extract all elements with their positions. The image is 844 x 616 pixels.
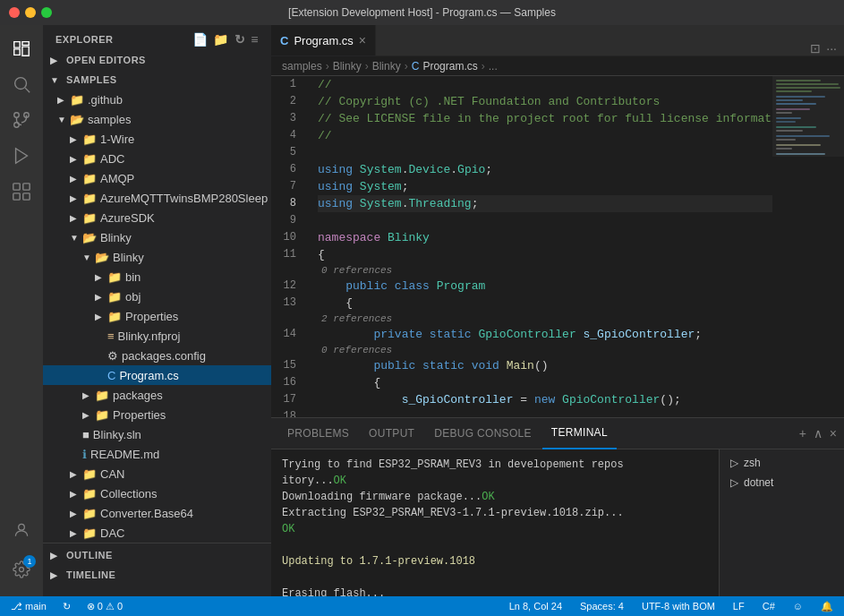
line-num: 16 [271,374,303,391]
sidebar-item-explorer[interactable] [5,32,38,64]
new-file-icon[interactable]: 📄 [192,32,209,47]
breadcrumb-samples[interactable]: samples [282,60,322,73]
tree-item-label: Blinky.nfproj [118,329,181,343]
tree-item-program-cs[interactable]: C Program.cs [43,365,271,385]
error-count: 0 [98,601,103,612]
open-editors-section[interactable]: ▶ Open Editors [43,50,271,70]
ref-hint: 2 references [318,312,772,326]
warning-count: 0 [117,601,123,612]
timeline-section[interactable]: ▶ Timeline [43,565,271,585]
eol-item[interactable]: LF [729,596,748,616]
line-num: 11 [271,246,303,263]
tree-item-dac[interactable]: ▶ 📁 DAC [43,523,271,543]
folder-icon: 📁 [82,133,97,146]
tree-item-1wire[interactable]: ▶ 📁 1-Wire [43,129,271,149]
sidebar-item-search[interactable] [5,68,38,100]
tree-item-readme[interactable]: ℹ README.md [43,444,271,464]
sidebar-item-extensions[interactable] [5,175,38,208]
tree-item-adc[interactable]: ▶ 📁 ADC [43,149,271,168]
spaces-item[interactable]: Spaces: 4 [576,596,627,616]
account-icon[interactable] [5,514,38,546]
settings-badge: 1 [23,555,36,568]
breadcrumb-blinky1[interactable]: Blinky [333,60,362,73]
more-actions-icon[interactable]: ··· [826,41,837,56]
breadcrumb-blinky2[interactable]: Blinky [372,60,401,73]
tree-item-github[interactable]: ▶ 📁 .github [43,90,271,109]
tab-close-button[interactable]: × [359,33,366,47]
svg-line-1 [25,88,30,92]
sidebar-item-source-control[interactable] [5,104,38,136]
refresh-icon[interactable]: ↻ [234,32,246,47]
breadcrumb-ellipsis[interactable]: ... [489,60,498,73]
tree-item-azuremqtt[interactable]: ▶ 📁 AzureMQTTTwinsBMP280Sleep [43,188,271,208]
tree-item-samples[interactable]: ▼ 📂 samples [43,109,271,129]
new-folder-icon[interactable]: 📁 [213,32,229,47]
tree-item-blinky-sln[interactable]: ■ Blinky.sln [43,424,271,444]
terminal-line: Updating to 1.7.1-preview.1018 [282,553,708,569]
git-branch-item[interactable]: ⎇ main [7,596,50,616]
add-terminal-icon[interactable]: + [799,426,806,441]
tree-item-label: AzureMQTTTwinsBMP280Sleep [100,192,268,205]
folder-icon: 📁 [82,467,97,481]
tab-terminal[interactable]: TERMINAL [542,418,617,449]
tree-item-packages-config[interactable]: ⚙ packages.config [43,346,271,365]
tree-item-azuresdk[interactable]: ▶ 📁 AzureSDK [43,208,271,227]
tree-item-amqp[interactable]: ▶ 📁 AMQP [43,168,271,188]
tree-item-label: Blinky [100,231,132,244]
tree-item-obj[interactable]: ▶ 📁 obj [43,287,271,306]
panel-chevron-up-icon[interactable]: ∧ [814,426,823,441]
terminal-session-dotnet[interactable]: ▷ dotnet [720,473,844,492]
samples-section[interactable]: ▼ Samples [43,70,271,90]
samples-label: Samples [66,74,117,85]
feedback-item[interactable]: ☺ [789,596,806,616]
tab-program-cs[interactable]: C Program.cs × [271,25,376,56]
folder-icon: 📁 [82,507,97,520]
svg-point-11 [19,524,25,530]
tab-debug-console[interactable]: DEBUG CONSOLE [425,418,541,449]
close-button[interactable] [9,7,20,18]
maximize-button[interactable] [41,7,52,18]
sidebar-item-run[interactable] [5,140,38,172]
svg-marker-5 [16,149,28,164]
terminal-line: Erasing flash... [282,586,708,596]
tree-item-bin[interactable]: ▶ 📁 bin [43,267,271,287]
line-num: 2 [271,93,303,110]
terminal-output[interactable]: Trying to find ESP32_PSRAM_REV3 in devel… [271,449,719,596]
tree-item-converter[interactable]: ▶ 📁 Converter.Base64 [43,503,271,523]
language-item[interactable]: C# [759,596,779,616]
tree-item-label: Properties [113,408,166,422]
tree-item-collections[interactable]: ▶ 📁 Collections [43,483,271,503]
tree-item-blinky-proj[interactable]: ▼ 📂 Blinky [43,247,271,267]
collapse-icon[interactable]: ≡ [251,32,259,47]
position-item[interactable]: Ln 8, Col 24 [506,596,566,616]
notification-item[interactable]: 🔔 [817,596,837,616]
code-content[interactable]: // // Copyright (c) .NET Foundation and … [314,76,772,417]
spaces-label: Spaces: 4 [580,601,624,612]
tab-problems[interactable]: PROBLEMS [278,418,358,449]
tree-item-label: AMQP [100,172,134,185]
sync-item[interactable]: ↻ [59,596,74,616]
code-line: // [318,127,772,144]
minimize-button[interactable] [25,7,36,18]
encoding-item[interactable]: UTF-8 with BOM [638,596,719,616]
outline-section[interactable]: ▶ Outline [43,545,271,565]
terminal-line: itory...OK [282,473,708,489]
git-branch-icon: ⎇ [11,601,22,612]
tree-item-nfproj[interactable]: ≡ Blinky.nfproj [43,326,271,346]
terminal-session-zsh[interactable]: ▷ zsh [720,453,844,473]
sidebar-scroll[interactable]: ▶ Open Editors ▼ Samples ▶ 📁 .github ▼ 📂… [43,50,271,596]
tree-item-can[interactable]: ▶ 📁 CAN [43,464,271,483]
tab-output[interactable]: OUTPUT [360,418,423,449]
split-editor-icon[interactable]: ⊡ [810,41,821,56]
errors-item[interactable]: ⊗ 0 ⚠ 0 [83,596,126,616]
ref-hint: 0 references [318,343,772,357]
breadcrumb-program-cs[interactable]: Program.cs [422,60,477,73]
code-line [318,408,772,417]
panel-close-icon[interactable]: × [830,426,837,441]
terminal-line: Downloading firmware package...OK [282,489,708,505]
tree-item-properties2[interactable]: ▶ 📁 Properties [43,405,271,424]
tree-item-packages[interactable]: ▶ 📁 packages [43,385,271,405]
tree-item-blinky[interactable]: ▼ 📂 Blinky [43,227,271,247]
tree-item-properties[interactable]: ▶ 📁 Properties [43,306,271,326]
line-num: 3 [271,110,303,127]
